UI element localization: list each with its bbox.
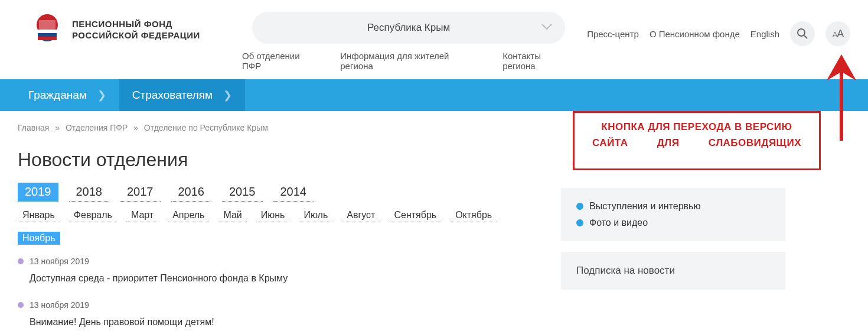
chevron-right-icon: ❯: [223, 89, 232, 102]
news-title: Внимание! День правовой помощи детям!: [30, 317, 537, 327]
month-tab-feb[interactable]: Февраль: [69, 209, 117, 222]
chevron-right-icon: ❯: [97, 89, 106, 102]
svg-rect-1: [39, 20, 56, 30]
month-tab-apr[interactable]: Апрель: [168, 209, 209, 222]
year-tab-2018[interactable]: 2018: [69, 183, 110, 202]
year-tab-2019[interactable]: 2019: [18, 183, 58, 202]
year-tab-2014[interactable]: 2014: [273, 183, 314, 202]
bullet-icon: [576, 219, 583, 226]
search-icon: [797, 28, 808, 40]
svg-rect-4: [38, 37, 57, 40]
month-tab-may[interactable]: Май: [218, 209, 246, 222]
text-size-icon: AA: [833, 28, 844, 40]
month-tab-sep[interactable]: Сентябрь: [389, 209, 441, 222]
chevron-down-icon: [541, 22, 552, 33]
region-selector[interactable]: Республика Крым: [252, 12, 565, 44]
subnav-info[interactable]: Информация для жителей региона: [340, 51, 482, 71]
month-tab-nov[interactable]: Ноябрь: [18, 232, 60, 245]
month-tab-aug[interactable]: Август: [342, 209, 380, 222]
subnav-contacts[interactable]: Контакты региона: [502, 51, 575, 71]
sidebar-subscribe-block[interactable]: Подписка на новости: [561, 252, 785, 290]
month-tab-jul[interactable]: Июль: [299, 209, 332, 222]
sidebar-link-speeches[interactable]: Выступления и интервью: [576, 201, 770, 212]
subnav-about[interactable]: Об отделении ПФР: [242, 51, 320, 71]
subscribe-title: Подписка на новости: [576, 265, 770, 277]
year-tab-2017[interactable]: 2017: [120, 183, 161, 202]
breadcrumb-home[interactable]: Главная: [18, 123, 49, 132]
page-title: Новости отделения: [18, 149, 537, 171]
accessibility-button[interactable]: AA: [825, 21, 850, 46]
toplink-press[interactable]: Пресс-центр: [587, 29, 639, 39]
sidebar-links-block: Выступления и интервью Фото и видео: [561, 188, 785, 241]
logo-icon: [30, 12, 65, 47]
year-tab-2015[interactable]: 2015: [222, 183, 263, 202]
breadcrumb-branches[interactable]: Отделения ПФР: [66, 123, 128, 132]
month-tab-mar[interactable]: Март: [126, 209, 158, 222]
month-tab-oct[interactable]: Октябрь: [451, 209, 497, 222]
region-subnav: Об отделении ПФР Информация для жителей …: [242, 51, 575, 79]
bullet-icon: [18, 258, 24, 264]
news-title: Доступная среда - приоритет Пенсионного …: [30, 273, 537, 284]
logo[interactable]: ПЕНСИОННЫЙ ФОНД РОССИЙСКОЙ ФЕДЕРАЦИИ: [30, 12, 230, 47]
region-selected-label: Республика Крым: [367, 22, 450, 34]
breadcrumb-crimea[interactable]: Отделение по Республике Крым: [144, 123, 268, 132]
month-tabs: Январь Февраль Март Апрель Май Июнь Июль…: [18, 209, 537, 245]
nav-citizens[interactable]: Гражданам ❯: [15, 79, 119, 111]
sidebar-link-media[interactable]: Фото и видео: [576, 218, 770, 228]
month-tab-jun[interactable]: Июнь: [256, 209, 290, 222]
svg-line-6: [804, 35, 807, 38]
svg-rect-2: [38, 30, 57, 33]
bullet-icon: [576, 203, 583, 210]
search-button[interactable]: [790, 21, 815, 46]
logo-title-line1: ПЕНСИОННЫЙ ФОНД: [72, 18, 200, 30]
news-date: 13 ноября 2019: [30, 257, 537, 266]
news-item[interactable]: 13 ноября 2019 Внимание! День правовой п…: [18, 300, 537, 327]
year-tabs: 2019 2018 2017 2016 2015 2014: [18, 183, 537, 202]
breadcrumb: Главная » Отделения ПФР » Отделение по Р…: [18, 123, 537, 132]
svg-point-5: [798, 29, 805, 36]
logo-title-line2: РОССИЙСКОЙ ФЕДЕРАЦИИ: [72, 30, 200, 41]
main-nav: Гражданам ❯ Страхователям ❯: [0, 79, 868, 111]
nav-insurers[interactable]: Страхователям ❯: [119, 79, 245, 111]
year-tab-2016[interactable]: 2016: [171, 183, 212, 202]
news-date: 13 ноября 2019: [30, 300, 537, 310]
toplink-english[interactable]: English: [750, 29, 779, 39]
month-tab-jan[interactable]: Январь: [18, 209, 60, 222]
toplink-about-fund[interactable]: О Пенсионном фонде: [650, 29, 740, 39]
bullet-icon: [18, 302, 24, 308]
news-item[interactable]: 13 ноября 2019 Доступная среда - приорит…: [18, 257, 537, 284]
svg-rect-3: [38, 33, 57, 37]
